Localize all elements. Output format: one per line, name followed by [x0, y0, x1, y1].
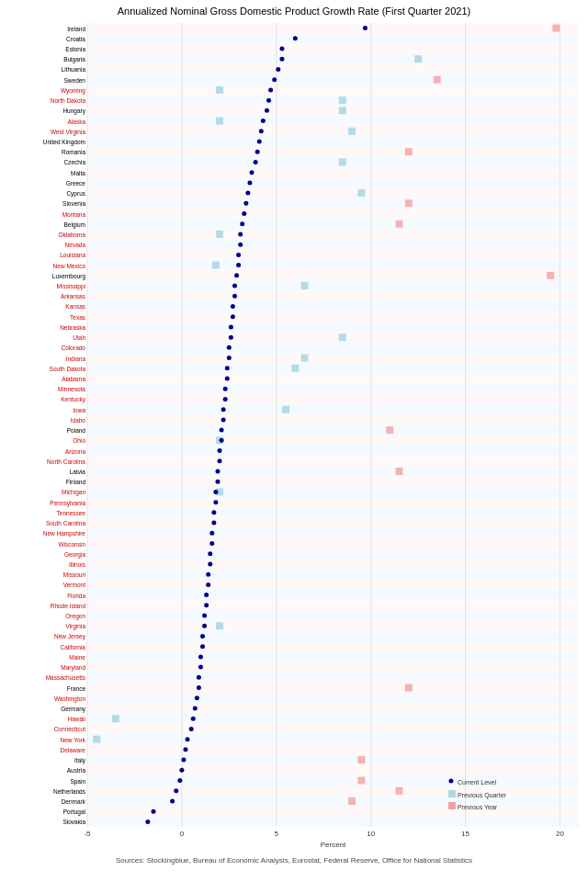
svg-text:New Mexico: New Mexico [53, 263, 86, 269]
svg-text:Texas: Texas [70, 314, 86, 321]
svg-point-178 [198, 654, 203, 659]
svg-text:Percent: Percent [321, 841, 346, 849]
svg-text:Kansas: Kansas [65, 303, 85, 310]
svg-text:Utah: Utah [73, 334, 85, 341]
svg-rect-110 [291, 365, 299, 372]
svg-text:Michigan: Michigan [62, 489, 85, 496]
svg-text:Alaska: Alaska [67, 119, 85, 125]
svg-point-189 [179, 768, 184, 773]
svg-text:Louisiana: Louisiana [60, 252, 85, 258]
svg-rect-51 [87, 548, 579, 559]
chart-area: IrelandCroatiaEstoniaBulgariaLithuaniaSw… [0, 18, 588, 854]
svg-rect-14 [87, 167, 579, 177]
svg-rect-50 [87, 538, 579, 548]
svg-text:Iowa: Iowa [73, 407, 85, 413]
svg-point-190 [177, 778, 182, 783]
svg-rect-31 [87, 343, 579, 353]
svg-rect-46 [87, 497, 579, 507]
svg-text:Luxembourg: Luxembourg [52, 273, 86, 280]
svg-rect-23 [87, 260, 579, 270]
svg-point-124 [266, 98, 271, 103]
svg-text:Connecticut: Connecticut [54, 726, 86, 732]
svg-text:Ohio: Ohio [73, 437, 85, 444]
svg-point-150 [225, 366, 230, 370]
svg-text:-5: -5 [84, 830, 91, 838]
svg-point-176 [200, 634, 205, 639]
svg-text:Idaho: Idaho [71, 417, 86, 424]
svg-rect-5 [87, 74, 579, 85]
svg-point-153 [223, 397, 228, 401]
svg-point-181 [197, 685, 201, 690]
svg-point-157 [220, 438, 224, 443]
svg-point-128 [257, 140, 262, 144]
svg-text:West Virginia: West Virginia [51, 129, 85, 136]
svg-rect-70 [87, 744, 579, 754]
svg-text:Belgium: Belgium [64, 221, 85, 229]
svg-text:Tennessee: Tennessee [57, 510, 86, 516]
svg-rect-11 [87, 136, 579, 146]
svg-rect-100 [339, 107, 346, 114]
svg-rect-21 [87, 240, 579, 250]
svg-text:Czechia: Czechia [64, 159, 86, 165]
svg-rect-34 [87, 373, 579, 383]
svg-point-144 [231, 304, 235, 309]
svg-rect-1 [87, 33, 579, 43]
svg-rect-114 [216, 622, 223, 629]
svg-rect-99 [339, 96, 346, 104]
svg-text:Mississippi: Mississippi [57, 283, 85, 290]
svg-rect-57 [87, 610, 579, 620]
svg-point-140 [236, 263, 241, 267]
svg-text:New York: New York [61, 737, 86, 743]
svg-point-158 [218, 448, 222, 453]
svg-point-170 [206, 572, 210, 577]
svg-rect-52 [87, 559, 579, 569]
svg-rect-62 [87, 662, 579, 673]
svg-rect-107 [301, 282, 309, 289]
svg-rect-73 [87, 775, 579, 786]
svg-text:Wyoming: Wyoming [61, 87, 85, 95]
svg-text:Colorado: Colorado [62, 345, 86, 351]
svg-rect-63 [87, 673, 579, 683]
svg-point-127 [259, 129, 264, 133]
svg-rect-32 [87, 353, 579, 363]
svg-rect-2 [87, 43, 579, 53]
svg-rect-0 [87, 23, 579, 33]
svg-text:10: 10 [367, 830, 375, 838]
svg-rect-53 [87, 570, 579, 580]
svg-rect-47 [87, 507, 579, 517]
svg-text:Virginia: Virginia [65, 623, 85, 630]
svg-text:Montana: Montana [62, 211, 86, 218]
svg-point-130 [254, 160, 258, 164]
svg-rect-95 [396, 787, 403, 795]
svg-point-182 [195, 695, 199, 700]
svg-rect-87 [405, 199, 413, 207]
svg-text:Current Level: Current Level [458, 779, 496, 786]
svg-text:Slovenia: Slovenia [62, 200, 85, 207]
svg-rect-45 [87, 487, 579, 497]
svg-rect-66 [87, 703, 579, 713]
svg-text:New Jersey: New Jersey [54, 633, 86, 640]
svg-point-180 [197, 675, 201, 680]
svg-text:Nebraska: Nebraska [60, 324, 85, 331]
svg-text:Previous Year: Previous Year [458, 804, 498, 810]
svg-point-138 [238, 243, 243, 247]
svg-rect-39 [87, 425, 579, 435]
svg-point-172 [204, 593, 209, 597]
svg-point-131 [250, 170, 254, 175]
svg-point-129 [255, 150, 260, 154]
svg-rect-13 [87, 157, 579, 167]
svg-text:Lithuania: Lithuania [62, 66, 86, 73]
svg-rect-85 [434, 76, 441, 84]
svg-rect-84 [552, 25, 560, 32]
svg-text:New Hampshire: New Hampshire [43, 530, 86, 537]
svg-rect-55 [87, 590, 579, 600]
svg-rect-33 [87, 363, 579, 373]
svg-rect-109 [301, 355, 309, 362]
svg-point-175 [202, 624, 207, 628]
svg-rect-90 [386, 426, 393, 434]
svg-rect-89 [547, 272, 554, 279]
svg-text:Vermont: Vermont [63, 582, 85, 588]
svg-point-187 [184, 747, 188, 752]
svg-rect-98 [216, 86, 223, 94]
svg-point-125 [265, 108, 269, 113]
